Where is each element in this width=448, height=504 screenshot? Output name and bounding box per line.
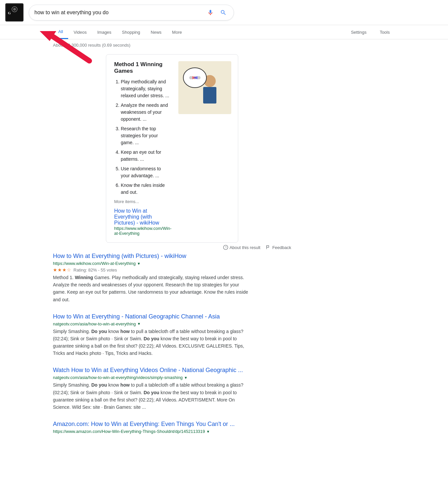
snippet-image bbox=[178, 61, 231, 114]
featured-snippet: Method 1 Winning Games Play methodically… bbox=[106, 54, 238, 243]
result-url-2: natgeotv.com/asia/how-to-win-at-everythi… bbox=[53, 321, 136, 326]
result-url-4: https://www.amazon.com/How-Win-Everythin… bbox=[53, 429, 205, 434]
nav-item-shopping[interactable]: Shopping bbox=[117, 26, 146, 39]
result-title-3[interactable]: Watch How to Win at Everything Videos On… bbox=[53, 367, 243, 373]
svg-rect-8 bbox=[203, 87, 216, 104]
about-result-button[interactable]: ? About this result bbox=[223, 245, 260, 250]
flag-icon bbox=[266, 245, 271, 250]
feedback-label: Feedback bbox=[272, 245, 291, 250]
result-item-3: Watch How to Win at Everything Videos On… bbox=[53, 366, 251, 411]
snippet-item-4: Keep an eye out for patterns. ... bbox=[121, 149, 170, 163]
result-title-4[interactable]: Amazon.com: How to Win at Everything: Ev… bbox=[53, 421, 235, 427]
svg-text:?: ? bbox=[225, 246, 227, 249]
snippet-list: Play methodically and strategically, sta… bbox=[114, 78, 170, 196]
nav-item-tools[interactable]: Tools bbox=[375, 26, 395, 39]
url-dropdown-1[interactable]: ▼ bbox=[137, 262, 141, 266]
nav-item-all[interactable]: All bbox=[53, 25, 68, 39]
svg-point-3 bbox=[13, 8, 16, 11]
about-result-label: About this result bbox=[230, 245, 260, 250]
snippet-more[interactable]: More items... bbox=[114, 199, 170, 204]
svg-point-12 bbox=[197, 76, 201, 79]
rating-text-1: Rating: 82% - 55 votes bbox=[73, 268, 117, 273]
feedback-button[interactable]: Feedback bbox=[266, 245, 291, 250]
microphone-icon[interactable] bbox=[206, 9, 214, 17]
snippet-item-3: Research the top strategies for your gam… bbox=[121, 125, 170, 146]
snippet-link[interactable]: How to Win at Everything (with Pictures)… bbox=[114, 208, 170, 226]
result-item-1: How to Win at Everything (with Pictures)… bbox=[53, 252, 251, 303]
search-results: How to Win at Everything (with Pictures)… bbox=[0, 252, 448, 434]
nav-item-more[interactable]: More bbox=[167, 26, 187, 39]
snippet-url: https://www.wikihow.com/Win-at-Everythin… bbox=[114, 226, 170, 236]
nav-item-news[interactable]: News bbox=[146, 26, 167, 39]
result-rating-1: ★★★☆ Rating: 82% - 55 votes bbox=[53, 267, 251, 273]
url-dropdown-3[interactable]: ▼ bbox=[184, 376, 188, 380]
stars-1: ★★★☆ bbox=[53, 267, 71, 273]
result-item-4: Amazon.com: How to Win at Everything: Ev… bbox=[53, 420, 251, 434]
google-logo: G bbox=[5, 3, 23, 21]
nav-bar: All Videos Images Shopping News More Set… bbox=[0, 25, 448, 39]
results-count: About 39,300,000 results (0.69 seconds) bbox=[0, 39, 448, 51]
result-desc-2: Simply Smashing. Do you know how to pull… bbox=[53, 328, 251, 357]
snippet-item-1: Play methodically and strategically, sta… bbox=[121, 78, 170, 99]
header: G bbox=[0, 0, 448, 25]
url-dropdown-2[interactable]: ▼ bbox=[137, 322, 141, 326]
result-title-2[interactable]: How to Win at Everything - National Geog… bbox=[53, 313, 220, 320]
nav-item-settings[interactable]: Settings bbox=[346, 26, 372, 39]
result-url-3: natgeotv.com/asia/how-to-win-at-everythi… bbox=[53, 375, 183, 380]
svg-text:G: G bbox=[8, 11, 11, 15]
url-dropdown-4[interactable]: ▼ bbox=[206, 430, 210, 434]
about-bar: ? About this result Feedback bbox=[0, 243, 344, 252]
svg-point-10 bbox=[189, 76, 193, 79]
result-title-1[interactable]: How to Win at Everything (with Pictures)… bbox=[53, 253, 186, 259]
question-icon: ? bbox=[223, 245, 228, 250]
nav-item-videos[interactable]: Videos bbox=[68, 26, 92, 39]
search-button[interactable] bbox=[218, 8, 228, 18]
svg-rect-17 bbox=[267, 246, 269, 247]
result-item-2: How to Win at Everything - National Geog… bbox=[53, 313, 251, 357]
result-desc-1: Method 1. Winning Games. Play methodical… bbox=[53, 274, 251, 303]
snippet-item-5: Use randomness to your advantage. ... bbox=[121, 165, 170, 179]
snippet-item-2: Analyze the needs and weaknesses of your… bbox=[121, 102, 170, 123]
snippet-title: Method 1 Winning Games bbox=[114, 61, 170, 74]
result-url-1: https://www.wikihow.com/Win-at-Everythin… bbox=[53, 261, 136, 266]
search-input[interactable] bbox=[34, 10, 206, 16]
result-desc-3: Simply Smashing. Do you know how to pull… bbox=[53, 381, 251, 410]
search-box[interactable] bbox=[29, 5, 234, 21]
nav-item-images[interactable]: Images bbox=[92, 26, 117, 39]
snippet-item-6: Know the rules inside and out. bbox=[121, 182, 170, 196]
